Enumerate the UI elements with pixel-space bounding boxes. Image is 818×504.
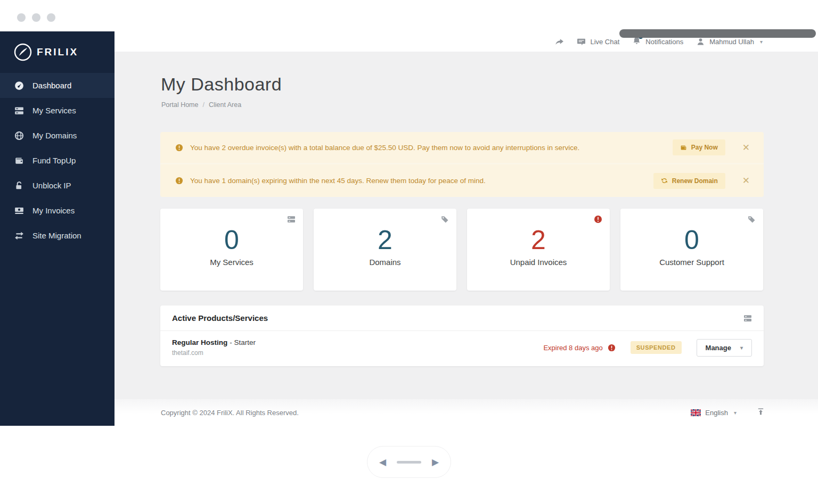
frilix-leaf-icon: [14, 43, 32, 61]
expiry-text: Expired 8 days ago: [543, 344, 602, 352]
share-arrow-icon: [555, 37, 564, 46]
stat-value: 0: [620, 226, 763, 255]
chevron-down-icon: ▾: [760, 39, 763, 45]
stat-card-unpaid-invoices[interactable]: 2 Unpaid Invoices: [467, 209, 610, 291]
status-badge: SUSPENDED: [631, 341, 682, 354]
warning-circle-icon: [175, 144, 183, 152]
wallet-icon: [14, 156, 24, 166]
unlock-icon: [14, 181, 24, 191]
renew-domain-button[interactable]: Renew Domain: [653, 173, 725, 189]
language-selector[interactable]: English ▾: [691, 409, 737, 417]
product-info: Regular Hosting- Starter thetaif.com: [172, 338, 256, 357]
manage-button[interactable]: Manage ▾: [697, 339, 752, 357]
stat-label: My Services: [160, 258, 303, 267]
breadcrumb-separator: /: [202, 101, 204, 109]
window-dot-3[interactable]: [47, 13, 55, 22]
sidebar-item-label: My Domains: [32, 131, 77, 140]
window-dot-1[interactable]: [17, 13, 26, 22]
chevron-down-icon: ▾: [734, 410, 737, 416]
brand-logo[interactable]: FRILIX: [0, 31, 114, 73]
renew-domain-label: Renew Domain: [672, 177, 718, 185]
sidebar-item-my-services[interactable]: My Services: [0, 98, 114, 123]
notifications-button[interactable]: Notifications: [632, 36, 683, 47]
alert-circle-icon: [594, 215, 602, 224]
stat-label: Unpaid Invoices: [467, 258, 610, 267]
stat-card-my-services[interactable]: 0 My Services: [160, 209, 303, 291]
arrow-to-top-icon: [757, 408, 765, 416]
domain-expiry-alert: You have 1 domain(s) expiring within the…: [160, 164, 764, 197]
manage-label: Manage: [706, 344, 731, 352]
product-name-line: Regular Hosting- Starter: [172, 338, 256, 346]
panel-title: Active Products/Services: [172, 313, 268, 323]
previous-arrow-icon[interactable]: ◀: [377, 456, 388, 469]
sync-icon: [661, 177, 668, 184]
window-controls: [17, 13, 55, 22]
sidebar-item-fund-topup[interactable]: Fund TopUp: [0, 148, 114, 173]
sidebar-item-my-invoices[interactable]: My Invoices: [0, 198, 114, 223]
active-products-panel: Active Products/Services Regular Hosting…: [160, 305, 764, 366]
product-plan: - Starter: [230, 338, 256, 346]
chevron-down-icon: ▾: [740, 345, 743, 351]
user-name: Mahmud Ullah: [709, 38, 754, 46]
carousel-dash: [397, 461, 421, 464]
share-button[interactable]: [555, 37, 564, 46]
product-domain: thetaif.com: [172, 349, 256, 357]
sidebar-item-label: Dashboard: [32, 81, 71, 90]
window-dot-2[interactable]: [32, 13, 40, 22]
live-chat-button[interactable]: Live Chat: [577, 37, 619, 46]
product-row-right: Expired 8 days ago SUSPENDED Manage ▾: [543, 339, 752, 357]
language-label: English: [705, 409, 728, 417]
warning-circle-icon: [175, 177, 183, 185]
bell-wrap: [632, 36, 641, 47]
sidebar-item-dashboard[interactable]: Dashboard: [0, 73, 114, 98]
close-icon[interactable]: ✕: [739, 142, 753, 153]
brand-name: FRILIX: [37, 46, 78, 58]
server-icon: [14, 106, 24, 115]
footer-right: English ▾: [691, 408, 765, 417]
main-content: My Dashboard Portal Home / Client Area Y…: [114, 52, 818, 399]
overdue-invoices-alert: You have 2 overdue invoice(s) with a tot…: [160, 132, 764, 164]
sidebar-item-unblock-ip[interactable]: Unblock IP: [0, 173, 114, 198]
stat-card-customer-support[interactable]: 0 Customer Support: [620, 209, 763, 291]
exchange-arrows-icon: [14, 231, 24, 241]
breadcrumb-current: Client Area: [209, 101, 241, 109]
panel-header: Active Products/Services: [160, 305, 764, 331]
sidebar-item-label: Fund TopUp: [32, 156, 76, 165]
footer: Copyright © 2024 FriliX. All Rights Rese…: [114, 399, 818, 426]
sidebar-item-label: My Invoices: [32, 206, 75, 215]
pay-now-button[interactable]: Pay Now: [673, 139, 725, 155]
product-name: Regular Hosting: [172, 338, 227, 346]
money-icon: [14, 206, 24, 216]
browser-overlay-bar: [619, 29, 816, 38]
sidebar: FRILIX Dashboard My Services My Domains …: [0, 31, 114, 426]
screenshot-canvas: FRILIX Dashboard My Services My Domains …: [0, 0, 818, 504]
alert-circle-icon: [608, 344, 616, 352]
breadcrumb-home[interactable]: Portal Home: [161, 101, 198, 109]
stat-label: Domains: [314, 258, 456, 267]
stat-card-domains[interactable]: 2 Domains: [314, 209, 456, 291]
stat-value: 0: [160, 226, 303, 255]
sidebar-nav: Dashboard My Services My Domains Fund To…: [0, 73, 114, 248]
breadcrumb: Portal Home / Client Area: [161, 101, 241, 109]
scroll-to-top-button[interactable]: [757, 408, 765, 417]
next-arrow-icon[interactable]: ▶: [430, 456, 441, 469]
stat-label: Customer Support: [620, 258, 763, 267]
live-chat-label: Live Chat: [590, 38, 619, 46]
domain-alert-text: You have 1 domain(s) expiring within the…: [190, 177, 653, 185]
chat-icon: [577, 37, 586, 46]
tag-icon: [440, 215, 449, 224]
sidebar-item-label: My Services: [32, 106, 76, 115]
server-icon: [743, 314, 752, 323]
user-icon: [696, 37, 705, 46]
user-menu[interactable]: Mahmud Ullah ▾: [696, 37, 763, 46]
close-icon[interactable]: ✕: [739, 175, 753, 186]
copyright-text: Copyright © 2024 FriliX. All Rights Rese…: [161, 409, 299, 417]
tag-icon: [747, 215, 756, 224]
stat-value: 2: [467, 226, 610, 255]
notifications-label: Notifications: [645, 38, 683, 46]
sidebar-item-my-domains[interactable]: My Domains: [0, 123, 114, 148]
alerts-panel: You have 2 overdue invoice(s) with a tot…: [160, 132, 764, 197]
sidebar-item-label: Unblock IP: [32, 181, 71, 190]
pay-now-label: Pay Now: [691, 144, 718, 151]
sidebar-item-site-migration[interactable]: Site Migration: [0, 223, 114, 248]
